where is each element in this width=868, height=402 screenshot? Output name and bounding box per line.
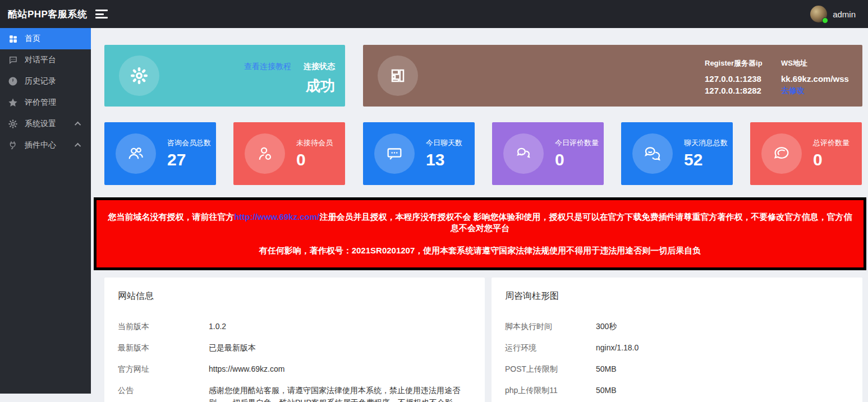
sidebar-item-plugins[interactable]: 插件中心 [0, 135, 91, 156]
license-warning-line2: 有任何影响，著作权号：2021SR0201207，使用本套系统请遵守国家法律法规… [104, 245, 856, 256]
stat-card-unattended-members: 未接待会员 0 [233, 122, 345, 185]
info-row-latest-version: 最新版本 已是最新版本 [118, 344, 471, 354]
connection-tutorial-link[interactable]: 查看连接教程 [244, 62, 291, 71]
user-menu[interactable]: admin [810, 6, 868, 22]
connection-status-value: 成功 [244, 76, 335, 96]
license-warning-banner: 您当前域名没有授权，请前往官方http://www.69kz.com/注册会员并… [94, 197, 866, 270]
row-value: 50MB [596, 384, 617, 396]
license-warning-line1: 您当前域名没有授权，请前往官方http://www.69kz.com/注册会员并… [104, 211, 856, 234]
info-row-runtime: 运行环境 nginx/1.18.0 [505, 344, 849, 354]
stat-label: 今日评价数量 [555, 138, 599, 148]
stat-value: 0 [555, 150, 599, 169]
license-warning-text: 您当前域名没有授权，请前往官方 [108, 212, 234, 221]
connection-status-label: 连接状态 [304, 62, 335, 71]
chat-total-icon [632, 133, 673, 174]
layout-icon [378, 56, 418, 96]
info-row-current-version: 当前版本 1.0.2 [118, 322, 471, 332]
row-label: php上传限制11 [505, 386, 596, 394]
ws-address-title: WS地址 [781, 58, 849, 68]
stat-label: 总评价数量 [813, 138, 849, 148]
register-server-ip-2: 127.0.0.1:8282 [705, 85, 763, 96]
dashboard-page: 酷站PHP客服系统 admin 首页 对话平台 历史记录 [0, 0, 868, 402]
message-icon [374, 133, 415, 174]
stat-value: 27 [167, 150, 211, 169]
row-value: 50MB [596, 363, 617, 375]
sidebar-item-chat-platform[interactable]: 对话平台 [0, 49, 91, 71]
clock-icon [8, 76, 18, 86]
stat-card-today-chats: 今日聊天数 13 [363, 122, 475, 185]
row-value: 300秒 [596, 320, 617, 332]
row-label: 官方网址 [118, 365, 209, 373]
comments-icon [503, 133, 544, 174]
ws-address-value: kk.69kz.com/wss [781, 73, 849, 85]
stat-label: 今日聊天数 [426, 138, 462, 148]
row-value: 已是最新版本 [209, 341, 256, 354]
top-bar: 酷站PHP客服系统 admin [0, 0, 868, 28]
star-icon [8, 98, 18, 108]
stat-value: 0 [813, 150, 849, 169]
sidebar-item-settings[interactable]: 系统设置 [0, 113, 91, 135]
sidebar-item-label: 插件中心 [25, 140, 76, 150]
stat-label: 咨询会员总数 [167, 138, 211, 148]
info-row-announcement: 公告 感谢您使用酷站客服，请遵守国家法律使用本系统，禁止使用违法用途否则，一切后… [118, 386, 471, 402]
stat-label: 聊天消息总数 [684, 138, 728, 148]
stat-card-total-members: 咨询会员总数 27 [104, 122, 216, 185]
stat-card-today-reviews: 今日评价数量 0 [492, 122, 604, 185]
chat-bubble-icon [8, 55, 18, 65]
environment-panel: 周咨询柱形图 脚本执行时间 300秒 运行环境 nginx/1.18.0 POS… [492, 278, 862, 402]
menu-toggle-icon[interactable] [95, 8, 110, 20]
row-value: https://www.69kz.com [209, 363, 284, 375]
row-label: 公告 [118, 386, 209, 394]
sidebar-item-reviews[interactable]: 评价管理 [0, 92, 91, 113]
info-row-post-limit: POST上传限制 50MB [505, 365, 849, 375]
stat-card-total-messages: 聊天消息总数 52 [621, 122, 733, 185]
official-site-link[interactable]: http://www.69kz.com/ [234, 212, 319, 221]
row-label: 当前版本 [118, 322, 209, 330]
sidebar-item-label: 系统设置 [25, 119, 76, 129]
avatar [810, 6, 827, 22]
gear-icon [119, 56, 159, 96]
stat-card-total-reviews: 总评价数量 0 [750, 122, 862, 185]
sidebar-item-label: 评价管理 [25, 98, 84, 108]
panel-title: 周咨询柱形图 [505, 290, 849, 302]
gear-icon [8, 119, 18, 129]
stat-label: 未接待会员 [296, 138, 333, 148]
row-value: 感谢您使用酷站客服，请遵守国家法律使用本系统，禁止使用违法用途否则，一切后果自负… [209, 384, 460, 402]
stat-value: 0 [296, 150, 333, 169]
plug-icon [8, 140, 18, 150]
ws-edit-link[interactable]: 去修改 [781, 85, 849, 96]
user-waiting-icon [245, 133, 285, 174]
review-icon [761, 133, 802, 174]
license-warning-text: 注册会员并且授权，本程序没有授权不会 影响您体验和使用，授权只是可以在官方下载免… [319, 212, 852, 233]
connection-status-card: 查看连接教程连接状态 成功 [104, 45, 345, 107]
stat-value: 13 [426, 150, 462, 169]
row-label: 运行环境 [505, 344, 596, 352]
info-row-official-site: 官方网址 https://www.69kz.com [118, 365, 471, 375]
sidebar-item-label: 历史记录 [25, 76, 84, 86]
row-value: nginx/1.18.0 [596, 341, 639, 354]
sidebar-item-label: 对话平台 [25, 55, 84, 65]
grid-icon [8, 34, 18, 44]
username: admin [833, 10, 856, 19]
users-icon [116, 133, 156, 174]
info-row-script-time: 脚本执行时间 300秒 [505, 322, 849, 332]
server-info-card: Register服务器ip 127.0.0.1:1238 127.0.0.1:8… [363, 45, 862, 107]
register-server-ip-1: 127.0.0.1:1238 [705, 73, 763, 85]
sidebar: 首页 对话平台 历史记录 评价管理 系统设置 [0, 28, 91, 394]
info-row-php-limit: php上传限制11 50MB [505, 386, 849, 396]
stat-value: 52 [684, 150, 728, 169]
site-info-panel: 网站信息 当前版本 1.0.2 最新版本 已是最新版本 官方网址 https:/… [104, 278, 485, 402]
row-label: 脚本执行时间 [505, 322, 596, 330]
sidebar-item-history[interactable]: 历史记录 [0, 71, 91, 92]
sidebar-item-home[interactable]: 首页 [0, 28, 91, 49]
panel-title: 网站信息 [118, 290, 471, 302]
row-label: POST上传限制 [505, 365, 596, 373]
row-label: 最新版本 [118, 344, 209, 352]
sidebar-item-label: 首页 [25, 34, 84, 44]
online-status-dot [822, 17, 828, 24]
register-server-title: Register服务器ip [705, 58, 763, 68]
row-value: 1.0.2 [209, 320, 226, 332]
app-title: 酷站PHP客服系统 [0, 8, 91, 21]
